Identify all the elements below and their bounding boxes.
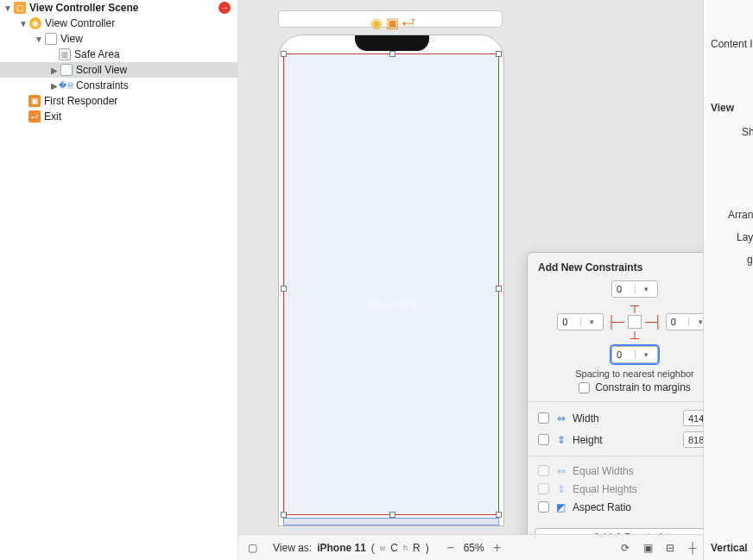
viewas-device: iPhone 11 (317, 542, 366, 554)
disclosure-icon[interactable]: ▶ (50, 81, 59, 91)
scrollview-icon (60, 64, 73, 76)
equal-heights-checkbox (538, 483, 549, 494)
inspector-panel: Content Ins View Sh Arran Lay g Vertical (703, 0, 753, 560)
aspect-ratio-checkbox[interactable] (538, 501, 549, 513)
height-checkbox[interactable] (538, 434, 549, 445)
arrange-label: Arran (728, 209, 753, 221)
scrollview-row[interactable]: ▶ Scroll View (0, 62, 237, 78)
outline-label: Exit (44, 110, 61, 123)
pin-icon[interactable]: ┼ (686, 541, 699, 555)
outline-label: Constraints (76, 79, 129, 91)
resize-handle[interactable] (389, 512, 395, 518)
exit-row[interactable]: ⮐ Exit (0, 109, 237, 124)
width-label: Width (573, 412, 678, 425)
document-outline: ▼ ▢ View Controller Scene → ▼ ◉ View Con… (0, 0, 238, 560)
device-notch (355, 35, 429, 51)
resize-handle[interactable] (389, 51, 395, 57)
resize-handle[interactable] (281, 51, 287, 57)
aspect-ratio-icon: ◩ (554, 500, 567, 513)
resize-handle[interactable] (496, 512, 502, 518)
g-label: g (747, 254, 753, 266)
outline-label: Safe Area (74, 48, 120, 60)
equal-heights-icon: ⇕ (554, 482, 567, 495)
trait-h: h (403, 544, 408, 552)
view-icon (45, 33, 57, 45)
constrain-margins-label: Constrain to margins (595, 381, 691, 393)
trait-c: C (390, 542, 398, 554)
firstresponder-row[interactable]: ▣ First Responder (0, 93, 237, 109)
outline-label: Scroll View (76, 64, 127, 76)
vc-row[interactable]: ▼ ◉ View Controller (0, 16, 237, 31)
outline-label: View (60, 33, 83, 45)
embed-in-icon[interactable]: ▣ (641, 541, 655, 555)
trait-w: w (380, 544, 386, 552)
viewas-open-paren: ( (371, 542, 375, 554)
issue-indicator-icon[interactable]: → (218, 2, 231, 14)
chevron-down-icon[interactable]: ▾ (580, 318, 604, 326)
trailing-strut-icon[interactable]: ─┤ (645, 316, 662, 328)
scene-dock[interactable]: ◉ ▣ ⮐ (278, 10, 503, 28)
device-frame: UIScrollView (278, 35, 504, 526)
view-section-header: View (711, 102, 734, 114)
show-label: Sh (742, 126, 753, 138)
zoom-out-button[interactable]: − (443, 540, 459, 556)
resize-handle[interactable] (496, 286, 502, 292)
resize-handle[interactable] (281, 286, 287, 292)
selected-scrollview[interactable]: UIScrollView (283, 53, 499, 515)
equal-widths-label: Equal Widths (573, 465, 634, 477)
resize-handle[interactable] (281, 512, 287, 518)
leading-spacing-field[interactable]: 0▾ (557, 313, 604, 330)
home-indicator-area (283, 518, 499, 525)
pin-center-icon (628, 315, 642, 329)
chevron-down-icon[interactable]: ▾ (635, 350, 658, 359)
exit-icon: ⮐ (28, 110, 41, 123)
watermark-label: UIScrollView (284, 300, 498, 310)
layout-label: Lay (737, 231, 753, 243)
constraints-icon: �유 (60, 79, 73, 91)
constrain-margins-checkbox[interactable] (579, 382, 590, 393)
update-frames-icon[interactable]: ⟳ (618, 541, 632, 555)
safearea-icon: ▥ (59, 48, 71, 60)
width-checkbox[interactable] (538, 412, 549, 424)
disclosure-icon[interactable]: ▼ (3, 3, 12, 13)
disclosure-icon[interactable]: ▶ (50, 66, 59, 75)
viewcontroller-icon: ◉ (29, 17, 41, 29)
equal-heights-label: Equal Heights (573, 483, 637, 495)
height-label: Height (573, 434, 678, 446)
top-spacing-field[interactable]: 0▾ (611, 280, 658, 298)
constraints-row[interactable]: ▶ �유 Constraints (0, 78, 237, 93)
canvas-bottom-bar: ▢ View as: iPhone 11 ( w C h R ) − 65% +… (238, 534, 753, 560)
equal-widths-checkbox (538, 465, 549, 476)
exit-dock-icon[interactable]: ⮐ (402, 15, 410, 23)
outline-label: View Controller (45, 17, 115, 29)
resize-handle[interactable] (496, 51, 502, 57)
safearea-row[interactable]: ▥ Safe Area (0, 47, 237, 62)
content-insets-label: Content Ins (711, 38, 753, 50)
vertical-label: Vertical (711, 542, 748, 554)
view-row[interactable]: ▼ View (0, 31, 237, 47)
chevron-down-icon[interactable]: ▾ (635, 285, 658, 293)
vc-dock-icon[interactable]: ◉ (370, 15, 379, 23)
equal-widths-icon: ⇔ (554, 464, 567, 477)
scene-row[interactable]: ▼ ▢ View Controller Scene → (0, 0, 237, 16)
view-as-button[interactable]: View as: iPhone 11 ( w C h R ) (266, 542, 436, 554)
storyboard-scene-icon: ▢ (14, 2, 26, 14)
disclosure-icon[interactable]: ▼ (35, 35, 43, 44)
width-icon: ⇔ (554, 412, 567, 425)
top-strut-icon[interactable]: ┬ (630, 299, 639, 311)
trait-r: R (413, 542, 421, 554)
height-icon: ⇕ (554, 433, 567, 446)
viewas-prefix: View as: (273, 542, 312, 554)
leading-strut-icon[interactable]: ├─ (607, 316, 624, 328)
bottom-spacing-field[interactable]: 0▾ (611, 346, 658, 363)
firstresponder-icon: ▣ (28, 95, 41, 107)
viewas-close-paren: ) (426, 542, 429, 554)
aspect-ratio-label: Aspect Ratio (573, 501, 631, 513)
firstresponder-dock-icon[interactable]: ▣ (386, 15, 395, 23)
zoom-level[interactable]: 65% (464, 542, 484, 554)
bottom-strut-icon[interactable]: ┴ (630, 332, 639, 344)
zoom-in-button[interactable]: + (490, 540, 505, 556)
align-icon[interactable]: ⊟ (663, 541, 677, 555)
device-config-icon[interactable]: ▢ (245, 541, 259, 555)
disclosure-icon[interactable]: ▼ (19, 19, 28, 28)
